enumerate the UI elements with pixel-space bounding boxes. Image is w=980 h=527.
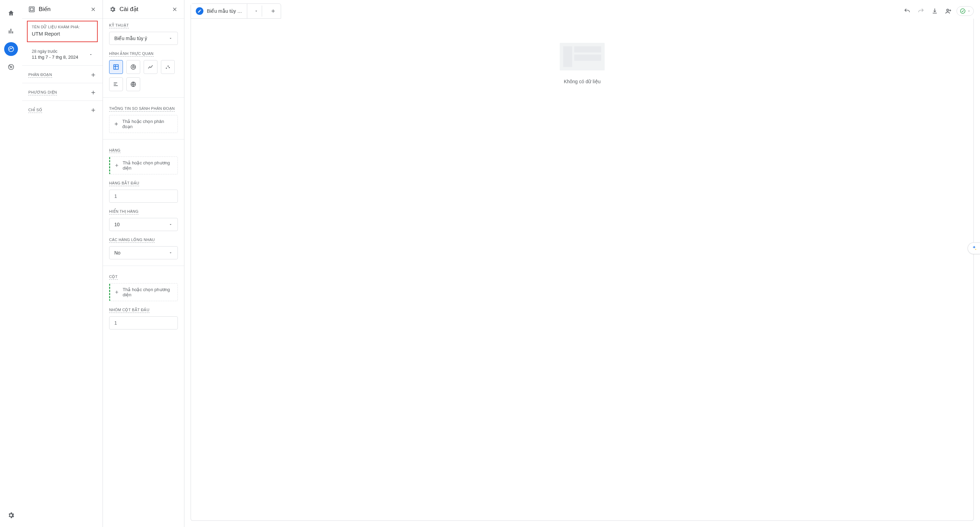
- viz-scatter-button[interactable]: [161, 60, 175, 74]
- close-variables-button[interactable]: [90, 6, 96, 13]
- variables-title: Biến: [39, 6, 51, 13]
- pencil-icon: [196, 7, 204, 15]
- chevron-down-icon: [169, 251, 173, 255]
- download-button[interactable]: [929, 5, 941, 17]
- svg-rect-4: [30, 8, 33, 10]
- visualization-grid: [109, 60, 178, 91]
- canvas: Không có dữ liệu: [191, 19, 974, 521]
- gear-icon: [109, 6, 116, 13]
- nav-admin[interactable]: [4, 508, 18, 522]
- svg-point-7: [133, 66, 134, 68]
- row-start-input[interactable]: 1: [109, 189, 178, 203]
- nested-rows-value: No: [114, 250, 121, 256]
- check-circle-icon: [959, 8, 966, 14]
- share-icon: [945, 7, 952, 15]
- rows-label: HÀNG: [109, 148, 121, 153]
- svg-point-1: [8, 65, 13, 70]
- show-rows-select[interactable]: 10: [109, 218, 178, 231]
- bar-icon: [113, 81, 119, 88]
- donut-icon: [130, 64, 137, 70]
- nav-reports[interactable]: [4, 24, 18, 38]
- settings-title: Cài đặt: [119, 6, 138, 13]
- download-icon: [931, 8, 938, 14]
- date-range-value: 11 thg 7 - 7 thg 8, 2024: [32, 54, 78, 60]
- line-icon: [147, 64, 154, 70]
- viz-bar-button[interactable]: [109, 77, 123, 91]
- add-tab-button[interactable]: [266, 5, 281, 17]
- tab-title: Biểu mẫu tùy …: [207, 8, 242, 14]
- technique-label: KỸ THUẬT: [109, 23, 129, 28]
- technique-value: Biểu mẫu tùy ý: [114, 35, 147, 41]
- redo-icon: [918, 8, 924, 14]
- plus-icon: [270, 8, 276, 14]
- columns-dropzone[interactable]: Thả hoặc chọn phương diện: [109, 283, 178, 301]
- close-settings-button[interactable]: [172, 6, 178, 13]
- date-range-selector[interactable]: 28 ngày trước 11 thg 7 - 7 thg 8, 2024: [28, 47, 96, 62]
- nested-rows-select[interactable]: No: [109, 246, 178, 260]
- technique-select[interactable]: Biểu mẫu tùy ý: [109, 32, 178, 45]
- redo-button[interactable]: [915, 5, 927, 17]
- rows-drop-text: Thả hoặc chọn phương diện: [123, 160, 173, 170]
- viz-line-button[interactable]: [144, 60, 158, 74]
- columns-drop-text: Thả hoặc chọn phương diện: [123, 287, 173, 297]
- variables-panel: Biến TÊN DỮ LIỆU KHÁM PHÁ: UTM Report 28…: [22, 0, 103, 527]
- viz-geo-button[interactable]: [126, 77, 140, 91]
- empty-text: Không có dữ liệu: [564, 79, 601, 84]
- metrics-label: CHỈ SỐ: [28, 108, 42, 113]
- undo-button[interactable]: [901, 5, 913, 17]
- col-group-start-input[interactable]: 1: [109, 316, 178, 330]
- svg-rect-3: [29, 6, 35, 12]
- viz-donut-button[interactable]: [126, 60, 140, 74]
- segments-label: PHÂN ĐOẠN: [28, 73, 52, 78]
- insights-button[interactable]: [967, 242, 980, 254]
- row-start-label: HÀNG BẮT ĐẦU: [109, 181, 139, 186]
- plus-icon: [90, 72, 96, 78]
- close-icon: [172, 6, 178, 13]
- share-button[interactable]: [943, 5, 955, 17]
- add-metric-button[interactable]: [90, 107, 96, 113]
- add-segment-button[interactable]: [90, 72, 96, 78]
- settings-panel: Cài đặt KỸ THUẬT Biểu mẫu tùy ý HÌNH ẢNH…: [103, 0, 185, 527]
- visualization-label: HÌNH ẢNH TRỰC QUAN: [109, 51, 154, 57]
- exploration-name-label: TÊN DỮ LIỆU KHÁM PHÁ:: [32, 25, 93, 29]
- exploration-name-value: UTM Report: [32, 31, 93, 37]
- nested-rows-label: CÁC HÀNG LỒNG NHAU: [109, 237, 155, 243]
- chevron-down-icon: [254, 9, 258, 13]
- date-preset-label: 28 ngày trước: [32, 49, 78, 54]
- add-dimension-button[interactable]: [90, 89, 96, 96]
- nav-explore[interactable]: [4, 42, 18, 56]
- segments-section: PHÂN ĐOẠN: [22, 65, 103, 83]
- svg-point-9: [167, 65, 169, 67]
- nav-advertising[interactable]: [4, 60, 18, 74]
- main-area: Biểu mẫu tùy …: [185, 0, 980, 527]
- plus-icon: [90, 89, 96, 96]
- variables-icon: [28, 6, 35, 13]
- svg-point-0: [8, 47, 13, 52]
- chevron-down-icon: [89, 53, 93, 57]
- svg-point-13: [960, 9, 965, 13]
- chevron-down-icon: [169, 222, 173, 226]
- tab-active[interactable]: Biểu mẫu tùy …: [191, 4, 247, 18]
- segment-dropzone[interactable]: Thả hoặc chọn phân đoạn: [109, 115, 178, 133]
- show-rows-value: 10: [114, 222, 120, 227]
- exploration-name-box[interactable]: TÊN DỮ LIỆU KHÁM PHÁ: UTM Report: [27, 21, 98, 42]
- segment-drop-text: Thả hoặc chọn phân đoạn: [122, 119, 173, 129]
- sparkle-icon: [971, 245, 977, 252]
- rows-dropzone[interactable]: Thả hoặc chọn phương diện: [109, 156, 178, 174]
- tabs-bar: Biểu mẫu tùy …: [191, 3, 281, 19]
- columns-label: CỘT: [109, 275, 118, 280]
- viz-table-button[interactable]: [109, 60, 123, 74]
- tab-menu-button[interactable]: [251, 6, 262, 17]
- close-icon: [90, 6, 96, 13]
- svg-point-10: [169, 67, 170, 68]
- variables-title-row: Biến: [28, 6, 51, 13]
- plus-icon: [114, 121, 119, 127]
- status-button[interactable]: [956, 6, 974, 16]
- show-rows-label: HIỂN THỊ HÀNG: [109, 209, 138, 215]
- nav-home[interactable]: [4, 6, 18, 20]
- segment-compare-label: THÔNG TIN SO SÁNH PHÂN ĐOẠN: [109, 107, 175, 111]
- svg-point-8: [166, 68, 167, 69]
- chevron-down-icon: [967, 10, 970, 13]
- undo-icon: [904, 8, 911, 14]
- col-group-start-label: NHÓM CỘT BẮT ĐẦU: [109, 308, 150, 313]
